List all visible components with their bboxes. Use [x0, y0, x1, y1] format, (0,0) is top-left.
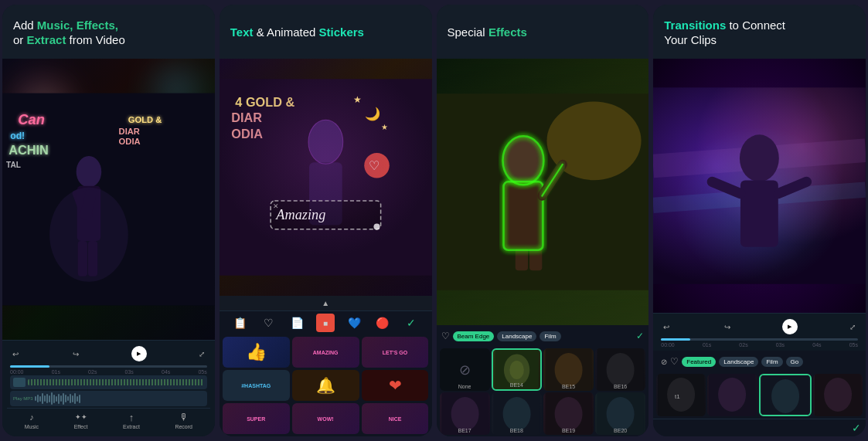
effect-icon: ✦✦	[74, 412, 88, 422]
svg-point-51	[451, 397, 478, 431]
effect-be18[interactable]: BE18	[492, 392, 542, 435]
transport-bar: ↩ ↪ ▶ ⤢	[7, 344, 210, 364]
transitions-grid: t1	[653, 372, 866, 419]
panel4-transport-bar: ↩ ↪ ▶ ⤢	[658, 317, 861, 337]
panel4-time-labels: 00:0001s02s03s04s05s	[658, 342, 861, 348]
panel4-undo-icon[interactable]: ↩	[661, 321, 672, 332]
svg-point-72	[719, 378, 747, 412]
transition-item-1[interactable]: t1	[656, 374, 706, 416]
transition-item-3[interactable]	[759, 374, 812, 416]
panel2-title: Text & Animated Stickers	[230, 25, 364, 40]
nav-record-label: Record	[175, 424, 192, 429]
check-icon[interactable]: ✓	[636, 331, 644, 341]
panel3-title: Special Effects	[448, 25, 527, 40]
timeline-progress	[10, 365, 49, 368]
blue-tool[interactable]: 💙	[345, 314, 363, 332]
sticker-thumbsup[interactable]: 👍	[223, 337, 290, 368]
sticker-letsgo[interactable]: LET'S GO	[362, 337, 429, 368]
effect-be16[interactable]: BE16	[595, 348, 645, 391]
nav-extract-label: Extract	[123, 424, 140, 429]
sticker-amazing[interactable]: AMAZING	[292, 337, 359, 368]
filter-landscape[interactable]: Landscape	[497, 331, 536, 341]
svg-text:DIAR: DIAR	[119, 127, 140, 136]
effect-be19[interactable]: BE19	[543, 392, 594, 435]
filter-beam-edge[interactable]: Beam Edge	[453, 331, 495, 341]
redo-icon[interactable]: ↪	[70, 348, 81, 359]
sticker-extra2[interactable]: WOW!	[292, 403, 359, 434]
filter-film[interactable]: Film	[540, 331, 560, 341]
filter-featured[interactable]: Featured	[682, 357, 716, 367]
svg-point-53	[502, 397, 530, 431]
panel4-heart-filter-icon[interactable]: ♡	[670, 356, 679, 367]
effect-be17[interactable]: BE17	[440, 392, 490, 435]
filter-landscape2[interactable]: Landscape	[719, 357, 758, 367]
svg-rect-65	[740, 180, 778, 246]
chevron-up-icon[interactable]: ▲	[322, 299, 329, 307]
sticker-hashtag[interactable]: #HASHTAG	[223, 370, 290, 401]
panel4-filter-controls: ⊘ ♡ Featured Landscape Film Go	[653, 351, 866, 372]
panel4-undo-filter-icon[interactable]: ⊘	[661, 358, 667, 366]
transition-item-4[interactable]	[813, 374, 863, 416]
effect-be15[interactable]: BE15	[543, 348, 594, 391]
sticker-extra3[interactable]: NICE	[362, 403, 429, 434]
panel-special-effects: Special Effects	[437, 5, 649, 436]
nav-effect[interactable]: ✦✦ Effect	[74, 412, 88, 429]
nav-effect-label: Effect	[74, 424, 88, 429]
panel1-bottom-nav: ♪ Music ✦✦ Effect ↑ Extract 🎙 Record	[7, 408, 210, 433]
sticker-heart[interactable]: ❤	[362, 370, 429, 401]
panel1-title: Add Music, Effects, or Extract from Vide…	[13, 18, 125, 48]
box-tool[interactable]: ■	[316, 314, 335, 332]
heart-filter-icon[interactable]: ♡	[441, 331, 450, 341]
copy-tool[interactable]: 📋	[230, 314, 249, 332]
svg-point-64	[740, 134, 779, 181]
panel2-scene-svg: 4 GOLD & DIAR ODIA 🌙 ★ ★ ♡	[220, 59, 432, 296]
red-tool[interactable]: 🔴	[373, 314, 392, 332]
panel4-scene-svg	[653, 59, 866, 313]
confirm-tool[interactable]: ✓	[402, 314, 420, 332]
svg-rect-31	[220, 79, 432, 275]
transition-item-2[interactable]	[707, 374, 757, 416]
effect-none[interactable]: ⊘ None	[440, 348, 490, 391]
effect-be14[interactable]: BE14	[492, 348, 542, 391]
panel-music-effects: Add Music, Effects, or Extract from Vide…	[2, 5, 215, 436]
svg-text:Can: Can	[18, 111, 45, 127]
panel2-header: Text & Animated Stickers	[220, 5, 432, 59]
panel4-controls: ↩ ↪ ▶ ⤢ 00:0001s02s03s04s05s	[653, 313, 866, 351]
sticker-grid: 👍 AMAZING LET'S GO #HASHTAG 🔔 ❤ SUPER WO…	[220, 334, 432, 436]
panel1-scene-svg: Can od! ACHIN TAL GOLD & DIAR ODIA	[2, 59, 215, 340]
panel4-fullscreen-icon[interactable]: ⤢	[847, 321, 858, 332]
confirm-transitions-button[interactable]: ✓	[852, 422, 861, 434]
effects-controls: ♡ Beam Edge Landscape Film ✓	[437, 325, 649, 347]
svg-point-57	[607, 397, 635, 431]
filter-film2[interactable]: Film	[761, 357, 782, 367]
panel4-timeline-progress	[661, 338, 690, 341]
extract-icon: ↑	[124, 412, 138, 422]
panel-text-stickers: Text & Animated Stickers 4 GOLD & DIAR O…	[220, 5, 432, 436]
nav-record[interactable]: 🎙 Record	[175, 412, 192, 429]
panel4-play-button[interactable]: ▶	[782, 319, 798, 334]
timeline-bar[interactable]	[10, 365, 207, 368]
panel4-timeline-bar[interactable]	[661, 338, 858, 341]
nav-music[interactable]: ♪ Music	[25, 412, 39, 429]
svg-text:TAL: TAL	[6, 161, 21, 169]
sticker-extra1[interactable]: SUPER	[223, 403, 290, 434]
svg-point-47	[554, 353, 582, 387]
panel3-screenshot	[437, 59, 649, 325]
page-tool[interactable]: 📄	[288, 314, 306, 332]
waveform-bars	[35, 392, 204, 405]
svg-point-14	[49, 188, 128, 282]
fullscreen-icon[interactable]: ⤢	[196, 348, 207, 359]
waveform-track: Play MP3	[10, 391, 207, 406]
svg-point-35	[503, 137, 543, 184]
nav-extract[interactable]: ↑ Extract	[123, 412, 140, 429]
effect-be20[interactable]: BE20	[595, 392, 645, 435]
panel4-redo-icon[interactable]: ↪	[722, 321, 733, 332]
undo-icon[interactable]: ↩	[10, 348, 21, 359]
time-labels: 00:0001s02s03s04s05s	[7, 369, 210, 375]
heart-tool[interactable]: ♡	[259, 314, 277, 332]
play-button[interactable]: ▶	[131, 346, 147, 361]
sticker-bell[interactable]: 🔔	[292, 370, 359, 401]
panel4-title: Transitions to ConnectYour Clips	[664, 18, 785, 48]
svg-text:ODIA: ODIA	[119, 137, 141, 146]
filter-go[interactable]: Go	[786, 357, 804, 367]
